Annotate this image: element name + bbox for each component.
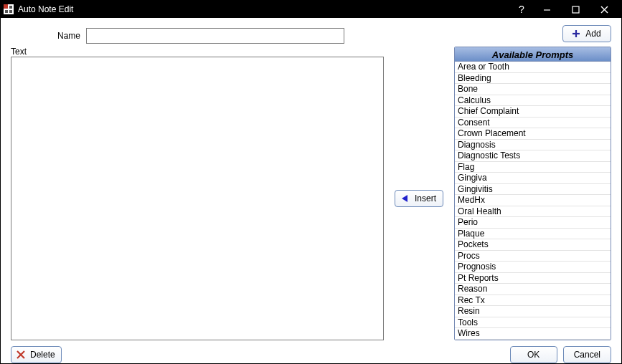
- insert-button-label: Insert: [415, 193, 436, 203]
- prompt-item[interactable]: Gingiva: [455, 173, 611, 184]
- add-button[interactable]: Add: [562, 25, 611, 42]
- svg-rect-4: [9, 10, 12, 13]
- text-area[interactable]: [11, 57, 384, 340]
- ok-button-label: OK: [527, 350, 539, 360]
- ok-button[interactable]: OK: [510, 346, 557, 363]
- available-prompts-header: Available Prompts: [455, 47, 611, 62]
- prompt-item[interactable]: Area or Tooth: [455, 62, 611, 73]
- prompt-item[interactable]: Perio: [455, 217, 611, 229]
- prompt-item[interactable]: Oral Health: [455, 206, 611, 218]
- help-button[interactable]: ?: [511, 1, 532, 18]
- delete-button[interactable]: Delete: [11, 346, 62, 363]
- prompt-item[interactable]: Gingivitis: [455, 184, 611, 196]
- prompt-item[interactable]: Prognosis: [455, 262, 611, 273]
- prompt-item[interactable]: Pockets: [455, 239, 611, 251]
- insert-button[interactable]: Insert: [395, 190, 443, 207]
- arrow-left-icon: [400, 193, 410, 203]
- close-button[interactable]: [590, 1, 618, 18]
- svg-rect-1: [4, 4, 8, 9]
- titlebar: Auto Note Edit ?: [1, 1, 621, 18]
- maximize-button[interactable]: [561, 1, 590, 18]
- prompt-item[interactable]: Crown Placement: [455, 128, 611, 140]
- available-prompts-list[interactable]: Area or ToothBleedingBoneCalculusChief C…: [455, 62, 611, 340]
- window: Auto Note Edit ? Name Add Text: [0, 0, 622, 364]
- prompt-item[interactable]: MedHx: [455, 195, 611, 206]
- prompt-item[interactable]: Bone: [455, 84, 611, 95]
- svg-rect-2: [9, 6, 12, 9]
- prompt-item[interactable]: Wires: [455, 328, 611, 340]
- prompt-item[interactable]: Tools: [455, 317, 611, 329]
- client-area: Name Add Text Insert Availabl: [1, 18, 621, 364]
- svg-rect-3: [5, 10, 8, 13]
- prompt-item[interactable]: Resin: [455, 306, 611, 317]
- add-button-label: Add: [585, 29, 600, 39]
- prompt-item[interactable]: Calculus: [455, 95, 611, 107]
- prompt-item[interactable]: Consent: [455, 118, 611, 129]
- name-label: Name: [11, 31, 86, 41]
- window-title: Auto Note Edit: [18, 4, 73, 14]
- svg-rect-6: [572, 6, 579, 13]
- prompt-item[interactable]: Flag: [455, 162, 611, 173]
- prompt-item[interactable]: Procs: [455, 251, 611, 262]
- prompt-item[interactable]: Diagnostic Tests: [455, 150, 611, 162]
- prompt-item[interactable]: Plaque: [455, 229, 611, 240]
- cancel-button-label: Cancel: [574, 350, 600, 360]
- text-label: Text: [11, 47, 384, 57]
- name-input[interactable]: [86, 28, 344, 44]
- x-icon: [16, 350, 26, 360]
- available-prompts-panel: Available Prompts Area or ToothBleedingB…: [454, 47, 611, 340]
- cancel-button[interactable]: Cancel: [563, 346, 611, 363]
- delete-button-label: Delete: [30, 350, 55, 360]
- prompt-item[interactable]: Chief Complaint: [455, 106, 611, 118]
- app-icon: [4, 4, 14, 14]
- prompt-item[interactable]: Pt Reports: [455, 273, 611, 284]
- minimize-button[interactable]: [532, 1, 561, 18]
- prompt-item[interactable]: Diagnosis: [455, 140, 611, 151]
- svg-marker-11: [402, 195, 407, 202]
- plus-icon: [571, 29, 581, 39]
- prompt-item[interactable]: Bleeding: [455, 73, 611, 85]
- prompt-item[interactable]: Reason: [455, 284, 611, 295]
- prompt-item[interactable]: Rec Tx: [455, 295, 611, 307]
